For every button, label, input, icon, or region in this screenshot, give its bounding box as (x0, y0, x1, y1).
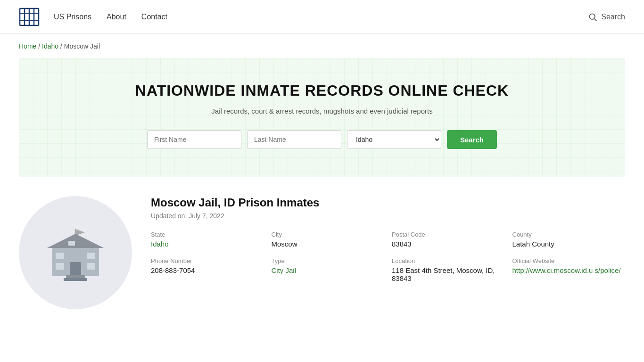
county-label: County (512, 231, 626, 238)
svg-line-7 (594, 18, 597, 21)
svg-marker-11 (47, 234, 104, 248)
postal-value: 83843 (392, 240, 505, 248)
detail-state: State Idaho (151, 231, 264, 248)
location-value: 118 East 4th Street, Moscow, ID, 83843 (392, 266, 505, 282)
city-value: Moscow (272, 240, 385, 248)
breadcrumb-home[interactable]: Home (19, 42, 36, 50)
breadcrumb: Home / Idaho / Moscow Jail (0, 34, 644, 58)
detail-type: Type City Jail (272, 257, 385, 282)
svg-rect-17 (66, 275, 85, 278)
svg-rect-14 (56, 263, 64, 270)
svg-rect-13 (56, 253, 64, 259)
last-name-input[interactable] (247, 130, 341, 149)
website-label: Official Website (512, 257, 626, 264)
nav-about[interactable]: About (107, 13, 126, 21)
svg-rect-18 (64, 278, 87, 281)
nav-us-prisons[interactable]: US Prisons (54, 13, 91, 21)
nav-contact[interactable]: Contact (141, 13, 167, 21)
hero-title: NATIONWIDE INMATE RECORDS ONLINE CHECK (28, 82, 616, 99)
logo[interactable] (19, 7, 40, 27)
svg-rect-12 (70, 262, 81, 276)
svg-point-6 (590, 14, 595, 19)
svg-rect-15 (87, 253, 95, 259)
facility-content: Moscow Jail, ID Prison Inmates Updated o… (0, 177, 644, 328)
postal-label: Postal Code (392, 231, 505, 238)
facility-details: Moscow Jail, ID Prison Inmates Updated o… (151, 196, 625, 282)
navbar: US Prisons About Contact Search (0, 0, 644, 34)
phone-label: Phone Number (151, 257, 264, 264)
breadcrumb-state[interactable]: Idaho (42, 42, 58, 50)
search-button[interactable]: Search (447, 130, 497, 149)
facility-image (19, 196, 132, 309)
nav-search-button[interactable]: Search (588, 12, 625, 22)
hero-subtitle: Jail records, court & arrest records, mu… (28, 107, 616, 115)
city-label: City (272, 231, 385, 238)
website-link[interactable]: http://www.ci.moscow.id.u s/police/ (512, 266, 621, 274)
type-label: Type (272, 257, 385, 264)
nav-links: US Prisons About Contact (54, 13, 588, 21)
detail-location: Location 118 East 4th Street, Moscow, ID… (392, 257, 505, 282)
hero-banner: NATIONWIDE INMATE RECORDS ONLINE CHECK J… (19, 58, 625, 177)
detail-website: Official Website http://www.ci.moscow.id… (512, 257, 626, 282)
logo-icon (19, 7, 40, 27)
phone-value: 208-883-7054 (151, 266, 264, 274)
state-value-link[interactable]: Idaho (151, 240, 169, 248)
first-name-input[interactable] (147, 130, 241, 149)
breadcrumb-current: Moscow Jail (64, 42, 100, 50)
detail-grid: State Idaho City Moscow Postal Code 8384… (151, 231, 625, 282)
facility-name: Moscow Jail, ID Prison Inmates (151, 196, 625, 209)
type-value-link[interactable]: City Jail (272, 266, 297, 274)
detail-phone: Phone Number 208-883-7054 (151, 257, 264, 282)
nav-search-label: Search (601, 13, 625, 21)
facility-updated: Updated on: July 7, 2022 (151, 212, 625, 220)
detail-city: City Moscow (272, 231, 385, 248)
detail-county: County Latah County (512, 231, 626, 248)
svg-rect-16 (87, 263, 95, 270)
facility-building-icon (38, 220, 113, 286)
location-label: Location (392, 257, 505, 264)
detail-postal: Postal Code 83843 (392, 231, 505, 248)
state-label: State (151, 231, 264, 238)
search-form: Idaho Alabama Alaska Arizona Arkansas Ca… (28, 130, 616, 149)
svg-rect-19 (68, 241, 75, 246)
state-select[interactable]: Idaho Alabama Alaska Arizona Arkansas Ca… (347, 130, 441, 149)
search-icon (588, 12, 597, 22)
county-value: Latah County (512, 240, 626, 248)
